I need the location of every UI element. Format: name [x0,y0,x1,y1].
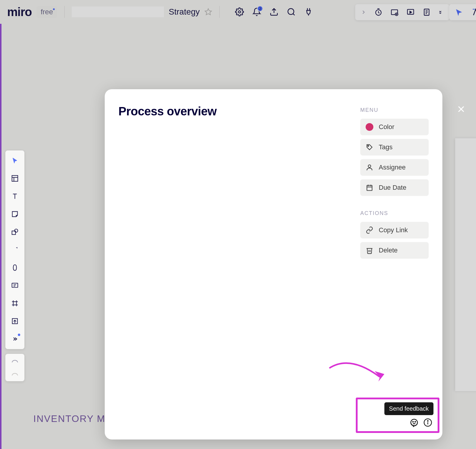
due-date-label: Due Date [379,184,406,191]
color-label: Color [379,123,394,131]
undo-redo-panel [5,354,24,381]
actions-section: ACTIONS Copy Link Delete [360,210,429,259]
left-toolbar [5,150,24,349]
text-tool[interactable] [10,191,20,202]
assignee-label: Assignee [379,164,406,171]
feedback-tooltip: Send feedback [384,402,433,415]
pen-tool[interactable] [10,262,20,273]
color-swatch-icon [366,123,373,131]
svg-rect-20 [12,175,18,181]
comment-tool[interactable] [10,280,20,291]
info-icon[interactable] [423,418,432,427]
upload-tool[interactable] [10,316,20,326]
modal-side-menu: MENU Color Tags Assignee Due Date [360,107,429,262]
actions-section-label: ACTIONS [360,210,429,216]
sticky-note-tool[interactable] [10,209,20,219]
undo-button[interactable] [11,358,19,364]
close-modal-button[interactable] [455,103,467,115]
svg-rect-27 [12,283,18,287]
svg-point-49 [428,420,428,421]
copy-link-label: Copy Link [379,226,408,234]
calendar-icon [366,184,373,191]
frame-tool[interactable] [10,298,20,309]
svg-point-46 [415,421,416,422]
feedback-icons-row [410,418,433,427]
tag-icon [366,143,373,151]
tags-menu-item[interactable]: Tags [360,139,429,156]
delete-action[interactable]: Delete [360,242,429,259]
more-tools[interactable] [10,334,20,344]
feedback-icon[interactable] [410,418,419,427]
templates-tool[interactable] [10,173,20,184]
person-icon [366,164,373,171]
delete-label: Delete [379,247,398,254]
svg-point-36 [368,145,369,146]
redo-button[interactable] [11,371,19,377]
svg-point-45 [413,421,414,422]
more-tools-indicator [18,334,20,336]
svg-point-37 [368,165,371,167]
feedback-highlight: Send feedback [356,398,439,433]
assignee-menu-item[interactable]: Assignee [360,159,429,176]
arrow-tool[interactable] [10,244,20,255]
svg-rect-38 [367,185,372,190]
copy-link-action[interactable]: Copy Link [360,222,429,238]
select-tool[interactable] [10,155,20,166]
shape-tool[interactable] [10,227,20,237]
card-details-modal: Process overview MENU Color Tags Assigne… [105,89,442,439]
link-icon [366,226,373,234]
svg-point-26 [15,229,18,232]
svg-marker-44 [375,371,384,382]
color-menu-item[interactable]: Color [360,119,429,135]
due-date-menu-item[interactable]: Due Date [360,179,429,196]
menu-section-label: MENU [360,107,429,113]
annotation-arrow [326,353,392,389]
tags-label: Tags [379,143,392,151]
trash-icon [366,247,373,254]
